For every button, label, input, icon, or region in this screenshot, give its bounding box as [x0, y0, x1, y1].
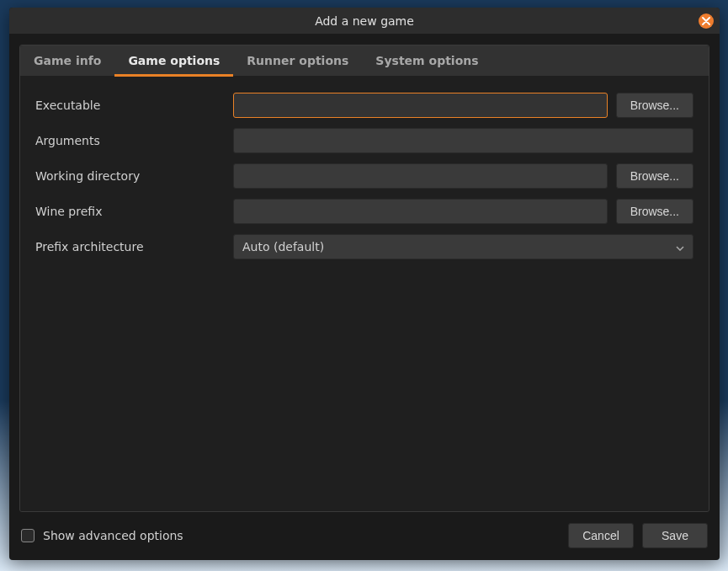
browse-executable-button[interactable]: Browse...	[616, 93, 693, 118]
tab-game-options[interactable]: Game options	[114, 45, 233, 76]
add-game-dialog: Add a new game Game info Game options Ru…	[9, 8, 720, 560]
tab-runner-options[interactable]: Runner options	[233, 45, 362, 76]
prefix-architecture-value: Auto (default)	[242, 240, 324, 253]
executable-input[interactable]	[233, 93, 608, 118]
dialog-footer: Show advanced options Cancel Save	[19, 512, 709, 550]
chevron-down-icon	[676, 240, 684, 253]
close-icon[interactable]	[699, 13, 714, 29]
label-arguments: Arguments	[35, 134, 225, 147]
tab-game-info[interactable]: Game info	[20, 45, 114, 76]
row-prefix-architecture: Prefix architecture Auto (default)	[35, 233, 693, 260]
row-wine-prefix: Wine prefix Browse...	[35, 198, 693, 225]
show-advanced-label[interactable]: Show advanced options	[43, 529, 183, 542]
label-executable: Executable	[35, 99, 225, 112]
row-executable: Executable Browse...	[35, 92, 693, 119]
row-working-directory: Working directory Browse...	[35, 163, 693, 189]
tab-bar: Game info Game options Runner options Sy…	[20, 45, 709, 77]
titlebar: Add a new game	[9, 8, 720, 35]
cancel-button[interactable]: Cancel	[568, 523, 634, 548]
row-arguments: Arguments	[35, 127, 693, 154]
game-options-content: Executable Browse... Arguments Working d…	[20, 77, 709, 511]
tab-panel: Game info Game options Runner options Sy…	[19, 45, 709, 512]
tab-system-options[interactable]: System options	[362, 45, 492, 76]
browse-working-directory-button[interactable]: Browse...	[616, 163, 693, 189]
browse-wine-prefix-button[interactable]: Browse...	[616, 199, 693, 224]
dialog-content: Game info Game options Runner options Sy…	[9, 35, 720, 560]
prefix-architecture-select[interactable]: Auto (default)	[233, 234, 693, 259]
label-prefix-architecture: Prefix architecture	[35, 240, 225, 253]
label-wine-prefix: Wine prefix	[35, 205, 225, 218]
arguments-input[interactable]	[233, 128, 693, 153]
dialog-title: Add a new game	[315, 14, 414, 28]
label-working-directory: Working directory	[35, 169, 225, 183]
wine-prefix-input[interactable]	[233, 199, 608, 224]
show-advanced-checkbox[interactable]	[21, 529, 35, 542]
save-button[interactable]: Save	[642, 523, 708, 548]
working-directory-input[interactable]	[233, 163, 608, 189]
